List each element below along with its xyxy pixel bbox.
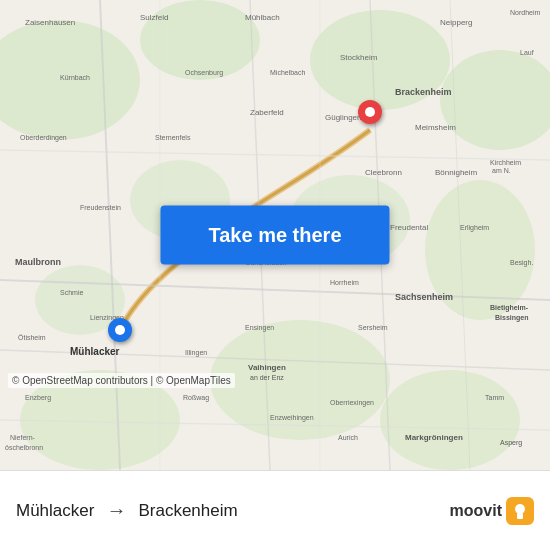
svg-text:Roßwag: Roßwag	[183, 394, 209, 402]
moovit-text: moovit	[450, 502, 502, 520]
svg-text:Cleebronn: Cleebronn	[365, 168, 402, 177]
svg-text:Neipperg: Neipperg	[440, 18, 472, 27]
svg-text:Maulbronn: Maulbronn	[15, 257, 61, 267]
svg-point-75	[515, 504, 525, 514]
svg-point-6	[210, 320, 390, 440]
svg-text:an der Enz: an der Enz	[250, 374, 284, 381]
svg-text:Brackenheim: Brackenheim	[395, 87, 452, 97]
svg-text:Michelbach: Michelbach	[270, 69, 306, 76]
svg-text:Ochsenburg: Ochsenburg	[185, 69, 223, 77]
take-me-there-button[interactable]: Take me there	[160, 206, 389, 265]
svg-text:Enzweihingen: Enzweihingen	[270, 414, 314, 422]
svg-text:Besigh.: Besigh.	[510, 259, 533, 267]
svg-point-8	[380, 370, 520, 470]
svg-text:Enzberg: Enzberg	[25, 394, 51, 402]
svg-text:Güglingen: Güglingen	[325, 113, 361, 122]
origin-label: Mühlacker	[16, 501, 94, 521]
svg-text:Asperg: Asperg	[500, 439, 522, 447]
svg-text:Kürnbach: Kürnbach	[60, 74, 90, 81]
destination-label: Brackenheim	[138, 501, 237, 521]
svg-text:Mühlacker: Mühlacker	[70, 346, 120, 357]
svg-text:Meimsheim: Meimsheim	[415, 123, 456, 132]
svg-text:Bissingen: Bissingen	[495, 314, 528, 322]
svg-text:Niefern-: Niefern-	[10, 434, 36, 441]
svg-point-2	[140, 0, 260, 80]
svg-text:Schmie: Schmie	[60, 289, 83, 296]
moovit-icon	[506, 497, 534, 525]
svg-text:Zaisenhausen: Zaisenhausen	[25, 18, 75, 27]
svg-text:Sachsenheim: Sachsenheim	[395, 292, 453, 302]
svg-point-72	[365, 107, 375, 117]
svg-text:Sulzfeld: Sulzfeld	[140, 13, 168, 22]
svg-text:Illingen: Illingen	[185, 349, 207, 357]
svg-text:am N.: am N.	[492, 167, 511, 174]
svg-text:Mühlbach: Mühlbach	[245, 13, 280, 22]
svg-text:Sersheim: Sersheim	[358, 324, 388, 331]
svg-text:Oberriexingen: Oberriexingen	[330, 399, 374, 407]
svg-text:Ensingen: Ensingen	[245, 324, 274, 332]
svg-text:Tamm: Tamm	[485, 394, 504, 401]
map-container: Zaisenhausen Sulzfeld Mühlbach Stockheim…	[0, 0, 550, 470]
origin-pin	[108, 318, 132, 342]
svg-text:Zaberfeld: Zaberfeld	[250, 108, 284, 117]
destination-pin	[358, 100, 382, 124]
svg-text:Freudental: Freudental	[390, 223, 428, 232]
bottom-bar: Mühlacker → Brackenheim moovit	[0, 470, 550, 550]
svg-point-74	[115, 325, 125, 335]
svg-text:Vaihingen: Vaihingen	[248, 363, 286, 372]
svg-text:Kirchheim: Kirchheim	[490, 159, 521, 166]
svg-text:Nordheim: Nordheim	[510, 9, 541, 16]
svg-text:Bietigheim-: Bietigheim-	[490, 304, 529, 312]
svg-text:Lauf: Lauf	[520, 49, 534, 56]
svg-text:Bönnigheim: Bönnigheim	[435, 168, 478, 177]
svg-text:Oberderdingen: Oberderdingen	[20, 134, 67, 142]
svg-text:öschelbronn: öschelbronn	[5, 444, 43, 451]
svg-text:Aurich: Aurich	[338, 434, 358, 441]
svg-rect-76	[517, 513, 523, 519]
arrow-icon: →	[106, 499, 126, 522]
route-info: Mühlacker → Brackenheim	[16, 499, 450, 522]
svg-text:Sternenfels: Sternenfels	[155, 134, 191, 141]
svg-text:Freudenstein: Freudenstein	[80, 204, 121, 211]
svg-text:Ötisheim: Ötisheim	[18, 334, 46, 341]
svg-text:Stockheim: Stockheim	[340, 53, 378, 62]
svg-text:Markgröningen: Markgröningen	[405, 433, 463, 442]
moovit-logo: moovit	[450, 497, 534, 525]
svg-text:Horrheim: Horrheim	[330, 279, 359, 286]
svg-text:Erligheim: Erligheim	[460, 224, 489, 232]
map-attribution: © OpenStreetMap contributors | © OpenMap…	[8, 373, 235, 388]
